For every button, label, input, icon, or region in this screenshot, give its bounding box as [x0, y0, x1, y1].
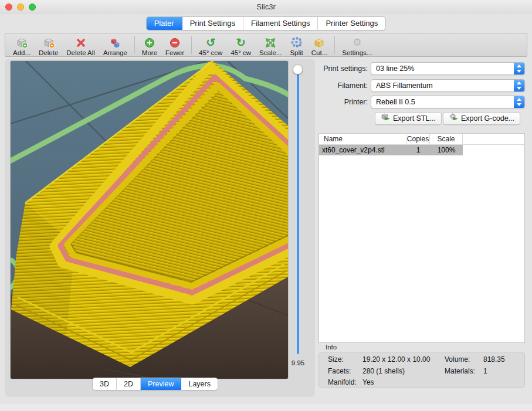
main-tabstrip: Plater Print Settings Filament Settings …	[0, 16, 532, 30]
export-gcode-icon	[449, 113, 458, 124]
manifold-value: Yes	[362, 378, 374, 386]
layer-slider-track[interactable]	[297, 74, 299, 354]
print-settings-row: Print settings: 03 line 25%	[318, 62, 525, 75]
tab-plater[interactable]: Plater	[147, 17, 182, 30]
view-tabstrip: 3D 2D Preview Layers	[92, 378, 218, 390]
stepper-icon[interactable]	[514, 63, 524, 74]
delete-all-label: Delete All	[66, 49, 95, 56]
more-label: More	[142, 49, 157, 56]
column-header-copies[interactable]: Copies	[406, 134, 430, 144]
split-button[interactable]: Split	[286, 34, 307, 56]
cut-button[interactable]: Cut...	[307, 34, 331, 56]
volume-value: 818.35	[483, 355, 505, 364]
printer-label: Printer:	[318, 96, 368, 108]
object-copies-cell: 1	[406, 145, 430, 155]
tab-filament-settings[interactable]: Filament Settings	[243, 17, 318, 30]
blue-dots-icon	[291, 36, 303, 49]
volume-label: Volume:	[445, 355, 470, 364]
settings-label: Settings...	[342, 49, 372, 56]
gcode-preview-scene	[11, 61, 288, 379]
print-settings-select[interactable]: 03 line 25%	[371, 62, 525, 75]
object-scale-cell: 100%	[430, 145, 463, 155]
info-section-title: Info	[326, 344, 337, 351]
column-header-filler	[463, 134, 524, 144]
column-header-name[interactable]: Name	[319, 134, 406, 144]
red-cross-icon	[75, 36, 87, 49]
stepper-icon[interactable]	[514, 96, 524, 108]
rotate-ccw-button[interactable]: ↺ 45° ccw	[195, 34, 226, 56]
minus-circle-icon	[169, 36, 181, 49]
box-plus-icon	[15, 36, 28, 49]
object-row-selected[interactable]: xt60_cover_v2p4.stl 1 100%	[319, 145, 463, 155]
materials-value: 1	[483, 367, 487, 375]
toolbar-separator	[134, 36, 135, 54]
rotate-ccw-label: 45° ccw	[199, 49, 222, 56]
view-tab-2d[interactable]: 2D	[117, 378, 141, 390]
printer-row: Printer: Rebell II 0.5	[318, 96, 525, 108]
column-header-scale[interactable]: Scale	[430, 134, 463, 144]
gear-icon: ⚙	[353, 36, 361, 49]
add-button[interactable]: Add...	[9, 34, 35, 56]
info-box: Size: 19.20 x 12.00 x 10.00 Volume: 818.…	[318, 352, 525, 388]
cubes-icon	[109, 36, 121, 49]
scale-label: Scale...	[259, 49, 282, 56]
add-label: Add...	[13, 49, 31, 56]
export-gcode-label: Export G-code...	[461, 113, 514, 124]
preview-3d-viewport[interactable]	[10, 60, 289, 379]
object-list-header: Name Copies Scale	[319, 134, 524, 145]
plater-toolbar: Add... Delete Delete All Arrange More	[5, 33, 527, 57]
cut-label: Cut...	[311, 49, 327, 56]
materials-label: Materials:	[445, 367, 475, 375]
layer-slider-knob[interactable]	[293, 64, 303, 74]
facets-label: Facets:	[328, 367, 351, 375]
view-tab-3d[interactable]: 3D	[93, 378, 117, 390]
box-minus-icon	[42, 36, 55, 49]
size-label: Size:	[328, 355, 344, 364]
print-settings-label: Print settings:	[318, 62, 368, 75]
settings-button[interactable]: ⚙ Settings...	[338, 34, 376, 56]
tab-print-settings[interactable]: Print Settings	[182, 17, 243, 30]
viewer-panel: 9.95 3D 2D Preview Layers	[5, 59, 315, 397]
manifold-label: Manifold:	[328, 378, 357, 386]
export-stl-button[interactable]: Export STL...	[375, 112, 442, 125]
printer-select[interactable]: Rebell II 0.5	[371, 96, 525, 108]
stepper-icon[interactable]	[514, 80, 524, 91]
arrange-button[interactable]: Arrange	[99, 34, 131, 56]
arrange-label: Arrange	[103, 49, 127, 56]
delete-button[interactable]: Delete	[35, 34, 62, 56]
size-value: 19.20 x 12.00 x 10.00	[362, 355, 430, 364]
object-list: Name Copies Scale xt60_cover_v2p4.stl 1 …	[318, 133, 525, 343]
filament-row: Filament: ABS Fillamentum	[318, 79, 525, 92]
facets-value: 280 (1 shells)	[362, 367, 405, 375]
titlebar: Slic3r	[0, 0, 532, 14]
fewer-button[interactable]: Fewer	[161, 34, 188, 56]
fewer-label: Fewer	[165, 49, 184, 56]
more-button[interactable]: More	[138, 34, 161, 56]
view-tab-preview[interactable]: Preview	[141, 378, 181, 390]
yellow-cube-icon	[313, 36, 326, 49]
rotate-cw-icon: ↻	[236, 36, 246, 49]
filament-value: ABS Fillamentum	[376, 81, 433, 90]
printer-value: Rebell II 0.5	[376, 98, 415, 106]
export-gcode-button[interactable]: Export G-code...	[443, 112, 520, 125]
layer-slider-value: 9.95	[280, 359, 316, 366]
view-tab-layers[interactable]: Layers	[181, 378, 218, 390]
status-bar	[0, 403, 532, 411]
rotate-ccw-icon: ↺	[206, 36, 215, 49]
plater-sidebar: Print settings: 03 line 25% Filament: AB…	[318, 59, 525, 397]
filament-select[interactable]: ABS Fillamentum	[371, 79, 525, 92]
slic3r-window: Slic3r Plater Print Settings Filament Se…	[0, 0, 532, 411]
export-stl-icon	[381, 113, 390, 124]
filament-label: Filament:	[318, 79, 368, 92]
tab-printer-settings[interactable]: Printer Settings	[318, 17, 385, 30]
object-name-cell: xt60_cover_v2p4.stl	[319, 145, 406, 155]
window-title: Slic3r	[0, 0, 532, 14]
delete-all-button[interactable]: Delete All	[62, 34, 99, 56]
split-label: Split	[290, 49, 303, 56]
rotate-cw-button[interactable]: ↻ 45° cw	[226, 34, 255, 56]
plus-circle-icon	[144, 36, 155, 49]
delete-label: Delete	[39, 49, 58, 56]
print-settings-value: 03 line 25%	[376, 64, 414, 73]
scale-button[interactable]: Scale...	[255, 34, 286, 56]
rotate-cw-label: 45° cw	[231, 49, 251, 56]
